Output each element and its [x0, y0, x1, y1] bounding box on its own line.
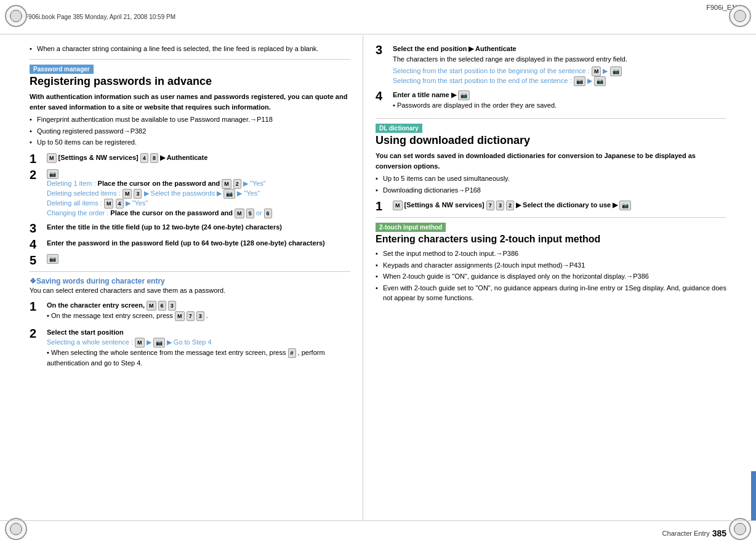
key-camdl: 📷	[619, 201, 631, 210]
step-number-4: 4	[30, 238, 44, 250]
key-hash: #	[288, 348, 296, 358]
save-step-2-content: Select the start position Selecting a wh…	[44, 327, 350, 370]
save-step-1: 1 On the character entry screen, M 6 3 •…	[30, 300, 350, 324]
key-mr1: M	[592, 66, 601, 76]
save-step-number-2: 2	[30, 327, 44, 340]
key-mdl: M	[393, 201, 403, 210]
step-2-sub4: Changing the order : Place the cursor on…	[47, 209, 350, 218]
right-step-3-sub1: Selecting from the start position to the…	[393, 66, 726, 76]
saving-section: ❖Saving words during character entry You…	[30, 277, 350, 296]
header-bar: F906i_E1kou F906i.book Page 385 Monday, …	[0, 0, 756, 34]
step-number-3: 3	[30, 222, 44, 234]
pm-bullet-1: Fingerprint authentication must be avail…	[30, 114, 350, 125]
left-column: When a character string containing a lin…	[0, 35, 363, 520]
right-step-3-sub2: Selecting from the start position to the…	[393, 76, 726, 86]
dl-dict-label-wrap: DL dictionary	[376, 124, 726, 134]
dl-dict-heading: Using downloaded dictionary	[376, 134, 726, 148]
pm-bullet-3: Up to 50 items can be registered.	[30, 137, 350, 148]
dl-dict-body: You can set words saved in downloaded di…	[376, 151, 726, 171]
key-cam5: 📷	[47, 254, 58, 264]
header-subtitle: F906i.book Page 385 Monday, April 21, 20…	[25, 14, 175, 20]
right-step-3: 3 Select the end position ▶ Authenticate…	[376, 44, 726, 86]
key-cam6: 📷	[153, 338, 165, 348]
save-step-1-text: On the character entry screen, M 6 3	[47, 300, 350, 311]
save-step-2: 2 Select the start position Selecting a …	[30, 327, 350, 370]
touch-bullet-3: When 2-touch guide is "ON", guidance is …	[376, 271, 726, 282]
key-m2: M	[222, 179, 231, 189]
key-2dl: 2	[506, 201, 514, 210]
pm-step-1: 1 M [Settings & NW services] 4 8 ▶ Authe…	[30, 153, 350, 165]
pm-step-2: 2 📷 Deleting 1 item : Place the cursor o…	[30, 169, 350, 218]
touch-input-label-wrap: 2-touch input method	[376, 223, 726, 233]
save-step-1-content: On the character entry screen, M 6 3 • O…	[44, 300, 350, 324]
touch-bullet-4: Even with 2-touch guide set to "ON", no …	[376, 283, 726, 303]
key-camr1: 📷	[610, 66, 622, 76]
right-step-4-content: Enter a title name ▶ 📷 • Passwords are d…	[390, 90, 726, 113]
save-step-number-1: 1	[30, 300, 44, 312]
right-column: 3 Select the end position ▶ Authenticate…	[363, 35, 756, 520]
dl-step-1-content: M [Settings & NW services] 7 3 2 ▶ Selec…	[390, 200, 726, 210]
step-2-sub1: Deleting 1 item : Place the cursor on th…	[47, 179, 350, 189]
dl-bullet-1: Up to 5 items can be used simultaneously…	[376, 173, 726, 184]
corner-circle-tr	[729, 5, 751, 27]
touch-input-heading: Entering characters using 2-touch input …	[376, 233, 726, 245]
section-label-dl: DL dictionary	[376, 124, 422, 133]
key-cam2: 📷	[223, 189, 235, 199]
key-settings: M	[47, 153, 57, 163]
key-camera: 📷	[47, 169, 58, 179]
dl-step-number-1: 1	[376, 200, 390, 212]
key-6: 6	[264, 209, 272, 218]
right-step-number-3: 3	[376, 44, 390, 56]
dl-step-1: 1 M [Settings & NW services] 7 3 2 ▶ Sel…	[376, 200, 726, 212]
section-label-password: Password manager	[30, 65, 94, 74]
key-m3: M	[123, 189, 132, 199]
save-step-2-note: • When selecting the whole sentence from…	[47, 348, 350, 368]
step-3-text: Enter the title in the title field (up t…	[47, 222, 350, 233]
content-area: When a character string containing a lin…	[0, 35, 756, 520]
step-3-content: Enter the title in the title field (up t…	[44, 222, 350, 233]
key-5: 5	[246, 209, 254, 218]
key-ms2: M	[175, 311, 185, 321]
step-4-content: Enter the password in the password field…	[44, 238, 350, 249]
password-manager-section: Password manager Registering passwords i…	[30, 65, 350, 148]
right-step-3-text: Select the end position ▶ Authenticate	[393, 44, 726, 54]
right-step-4-text: Enter a title name ▶ 📷	[393, 90, 726, 100]
corner-inner-tl	[10, 10, 22, 22]
intro-bullet: When a character string containing a lin…	[30, 44, 350, 54]
key-ms1: M	[147, 301, 156, 311]
step-4-text: Enter the password in the password field…	[47, 238, 350, 249]
key-3dl: 3	[496, 201, 504, 210]
touch-bullet-2: Keypads and character assignments (2-tou…	[376, 260, 726, 271]
step-5-content: 📷	[44, 254, 350, 264]
corner-decoration-tr	[729, 5, 751, 27]
touch-bullet-1: Set the input method to 2-touch input.→P…	[376, 249, 726, 259]
key-m5: M	[235, 209, 244, 218]
pm-step-4: 4 Enter the password in the password fie…	[30, 238, 350, 250]
step-2-content: 📷 Deleting 1 item : Place the cursor on …	[44, 169, 350, 218]
footer-bar: Character Entry 385	[0, 520, 756, 545]
right-step-4: 4 Enter a title name ▶ 📷 • Passwords are…	[376, 90, 726, 113]
password-manager-body: With authentication information such as …	[30, 92, 350, 112]
section-label-touch: 2-touch input method	[376, 223, 446, 232]
touch-input-section: 2-touch input method Entering characters…	[376, 223, 726, 303]
key-6s: 6	[158, 301, 166, 311]
step-2-sub3: Deleting all items : M 4 ▶ "Yes"	[47, 199, 350, 209]
selecting-whole-sentence: Selecting a whole sentence : M ▶ 📷 ▶ Go …	[47, 338, 350, 348]
page-container: F906i_E1kou F906i.book Page 385 Monday, …	[0, 0, 756, 545]
pm-bullet-2: Quoting registered password→P382	[30, 126, 350, 137]
key-3: 3	[134, 189, 142, 199]
saving-link: ❖Saving words during character entry	[30, 277, 350, 285]
step-2-sub2: Deleting selected items : M 3 ▶ Select t…	[47, 189, 350, 199]
key-2: 2	[233, 179, 241, 189]
dl-bullet-2: Downloading dictionaries→P168	[376, 185, 726, 196]
save-step-2-text: Select the start position	[47, 327, 350, 338]
right-step-number-4: 4	[376, 90, 390, 102]
key-m4: M	[104, 199, 114, 209]
key-7dl: 7	[486, 201, 494, 210]
key-3s: 3	[168, 301, 176, 311]
dl-step-1-text: M [Settings & NW services] 7 3 2 ▶ Selec…	[393, 200, 726, 210]
password-manager-label: Password manager	[30, 65, 350, 75]
pm-step-3: 3 Enter the title in the title field (up…	[30, 222, 350, 234]
right-step-4-sub: • Passwords are displayed in the order t…	[393, 100, 726, 111]
step-number-5: 5	[30, 254, 44, 266]
